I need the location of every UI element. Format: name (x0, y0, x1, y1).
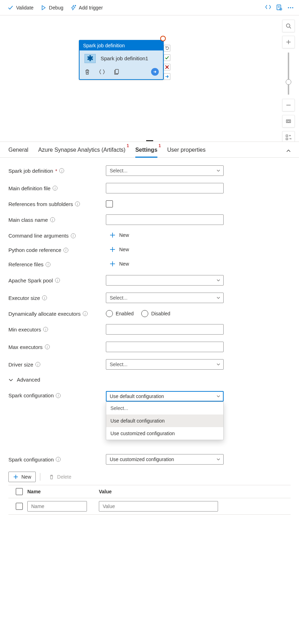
lightning-icon (70, 5, 76, 11)
info-icon[interactable]: i (42, 295, 47, 300)
tab-settings-label: Settings (135, 147, 157, 153)
info-icon[interactable]: i (75, 201, 80, 206)
select-value: Use default configuration (110, 393, 164, 399)
add-trigger-button[interactable]: Add trigger (68, 4, 106, 12)
more-menu-button[interactable] (287, 4, 294, 11)
select-value: Use customized configuration (110, 457, 174, 462)
max-exec-input[interactable] (106, 342, 224, 352)
pipeline-canvas[interactable]: Spark job definition ✱ Spark job definit… (0, 15, 299, 142)
label-text: Dynamically allocate executors (8, 311, 81, 317)
validate-button[interactable]: Validate (5, 4, 36, 12)
main-class-input[interactable] (106, 214, 224, 225)
spark-pool-select[interactable] (106, 275, 224, 286)
copy-icon[interactable] (113, 68, 120, 75)
properties-tabs: General Azure Synapse Analytics (Artifac… (0, 142, 299, 158)
label-text: Spark configuration (8, 457, 54, 463)
spark-config2-select[interactable]: Use customized configuration (106, 454, 224, 465)
ref-files-add-button[interactable]: New (106, 261, 129, 267)
info-icon[interactable]: i (43, 327, 48, 332)
select-all-checkbox[interactable] (16, 488, 23, 495)
tab-general[interactable]: General (8, 147, 28, 157)
config-new-button[interactable]: New (8, 472, 36, 482)
config-table-toolbar: New Delete (8, 472, 291, 482)
cmd-args-add-button[interactable]: New (106, 232, 129, 238)
search-canvas-button[interactable] (282, 20, 295, 32)
svg-rect-17 (286, 135, 288, 137)
tab-user-properties[interactable]: User properties (167, 147, 205, 157)
delete-icon[interactable] (84, 68, 91, 75)
tab-settings-badge: 1 (158, 143, 161, 148)
driver-size-select[interactable]: Select... (106, 359, 224, 370)
max-exec-label: Max executors i (8, 344, 106, 350)
info-icon[interactable]: i (56, 457, 61, 462)
code-view-button[interactable] (265, 4, 272, 11)
validate-label: Validate (16, 5, 34, 11)
label-text: Command line arguments (8, 233, 69, 239)
config-delete-button[interactable]: Delete (45, 472, 75, 482)
zoom-out-button[interactable] (282, 99, 295, 111)
port-skip[interactable] (164, 73, 170, 80)
info-icon[interactable]: i (50, 217, 55, 222)
advanced-section-toggle[interactable]: Advanced (8, 377, 291, 383)
info-icon[interactable]: i (45, 344, 50, 349)
delete-icon (49, 474, 54, 480)
config-name-input[interactable] (27, 501, 87, 512)
svg-point-10 (286, 24, 290, 27)
dropdown-option-placeholder[interactable]: Select... (106, 402, 223, 415)
port-failure[interactable] (164, 64, 170, 70)
collapse-panel-button[interactable] (286, 148, 291, 155)
port-success[interactable] (164, 54, 170, 61)
ellipsis-icon (287, 4, 294, 11)
dyn-exec-label: Dynamically allocate executors i (8, 311, 106, 317)
info-icon[interactable]: i (63, 248, 68, 253)
spark-config-select[interactable]: Use default configuration (106, 391, 224, 402)
label-text: Reference files (8, 261, 43, 267)
auto-align-button[interactable] (282, 131, 295, 142)
config-value-input[interactable] (99, 501, 218, 512)
min-exec-input[interactable] (106, 324, 224, 335)
label-text: Main class name (8, 217, 48, 223)
tab-settings[interactable]: Settings 1 (135, 147, 157, 158)
info-icon[interactable]: i (55, 278, 60, 283)
braces-icon[interactable] (98, 68, 106, 75)
svg-rect-16 (287, 121, 290, 122)
main-def-file-input[interactable] (106, 183, 224, 193)
label-text: Main definition file (8, 185, 50, 191)
settings-form: Spark job definition * i Select... Main … (0, 158, 299, 529)
zoom-slider[interactable] (288, 53, 289, 95)
info-icon[interactable]: i (53, 186, 57, 191)
zoom-fit-button[interactable] (282, 115, 295, 128)
label-text: Max executors (8, 344, 43, 350)
dropdown-option-default[interactable]: Use default configuration (106, 415, 223, 427)
info-icon[interactable]: i (35, 362, 40, 367)
spark-job-def-select[interactable]: Select... (106, 165, 224, 176)
info-icon[interactable]: i (56, 393, 61, 398)
info-icon[interactable]: i (83, 311, 88, 316)
activity-node[interactable]: Spark job definition ✱ Spark job definit… (79, 40, 164, 80)
panel-resize-handle[interactable] (146, 140, 153, 141)
properties-button[interactable] (276, 4, 283, 11)
info-icon[interactable]: i (71, 233, 76, 238)
executor-size-select[interactable]: Select... (106, 293, 224, 303)
col-name-header: Name (27, 489, 99, 494)
tab-artifacts-badge: 1 (127, 143, 129, 148)
check-icon (165, 55, 169, 60)
tab-artifacts[interactable]: Azure Synapse Analytics (Artifacts) 1 (38, 147, 125, 157)
row-checkbox[interactable] (16, 503, 23, 510)
info-icon[interactable]: i (46, 262, 50, 267)
port-retry[interactable] (164, 45, 170, 52)
info-icon[interactable]: i (59, 168, 64, 173)
zoom-slider-thumb[interactable] (286, 79, 291, 85)
select-placeholder: Select... (110, 362, 128, 367)
driver-size-label: Driver size i (8, 362, 106, 368)
dyn-exec-enabled-radio[interactable]: Enabled (106, 310, 134, 317)
ref-subfolders-checkbox[interactable] (106, 200, 113, 207)
py-ref-add-button[interactable]: New (106, 246, 129, 253)
debug-button[interactable]: Debug (38, 4, 66, 12)
zoom-in-button[interactable] (282, 36, 295, 48)
dropdown-option-custom[interactable]: Use customized configuration (106, 427, 223, 440)
dyn-exec-disabled-radio[interactable]: Disabled (141, 310, 170, 317)
add-trigger-label: Add trigger (79, 5, 103, 11)
execute-arrow-button[interactable] (151, 68, 159, 76)
activity-type-label: Spark job definition (83, 43, 125, 48)
